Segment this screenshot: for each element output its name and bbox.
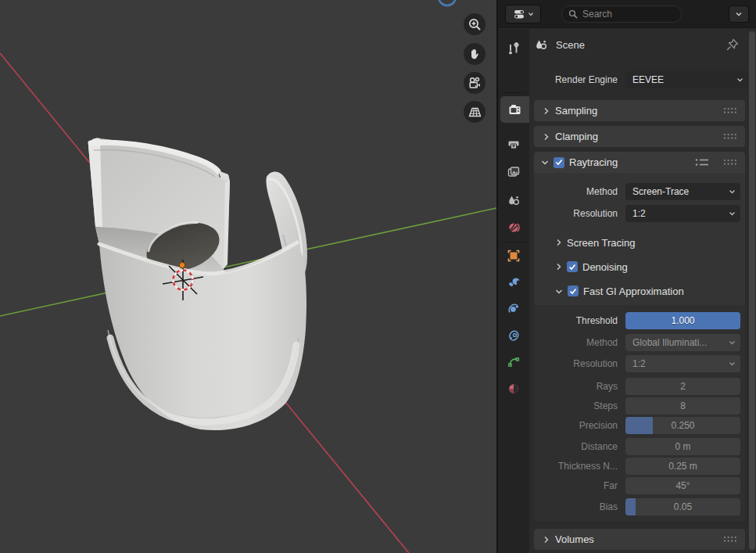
chevron-down-icon [528, 11, 534, 17]
precision-slider[interactable]: 0.250 [625, 417, 740, 434]
field-label: Resolution [534, 208, 618, 219]
fast-gi-checkbox[interactable] [568, 285, 579, 296]
scene-icon [534, 38, 548, 52]
denoising-checkbox[interactable] [567, 261, 578, 272]
pan-button[interactable] [464, 43, 485, 65]
scene-name: Scene [556, 39, 585, 51]
raytracing-method-row: Method Screen-Trace [534, 182, 740, 201]
subpanel-screen-tracing[interactable]: Screen Tracing [555, 233, 635, 252]
properties-header-bar [498, 0, 756, 28]
slider-fill [625, 417, 653, 434]
tab-constraints[interactable] [498, 322, 529, 349]
field-label: Method [534, 337, 618, 348]
material-sphere-icon [507, 382, 521, 396]
scene-icon [507, 193, 521, 207]
bias-slider[interactable]: 0.05 [625, 498, 740, 515]
blender-window: Scene Render Engine EEVEE Sampling [0, 0, 756, 553]
camera-icon [468, 76, 482, 91]
zoom-button[interactable] [464, 13, 485, 35]
chevron-right-icon [555, 239, 562, 246]
gi-method-dropdown[interactable]: Global Illuminati... [625, 334, 740, 351]
tool-icon [507, 42, 521, 56]
grip-handle-icon[interactable] [723, 133, 737, 140]
grid-ortho-button[interactable] [464, 101, 485, 123]
chevron-down-icon [736, 77, 743, 83]
raytracing-method-dropdown[interactable]: Screen-Trace [625, 183, 740, 200]
presets-list-icon[interactable] [695, 158, 709, 167]
render-engine-value: EEVEE [625, 74, 664, 85]
physics-orbit-icon [507, 302, 521, 316]
field-value: 0.25 m [668, 461, 697, 472]
threshold-slider[interactable]: 1.000 [625, 312, 740, 329]
bias-row: Bias 0.05 [534, 497, 740, 516]
check-icon [569, 288, 577, 295]
chevron-down-icon [555, 288, 563, 295]
render-engine-dropdown[interactable]: EEVEE [625, 71, 748, 88]
thickness-field[interactable]: 0.25 m [625, 458, 740, 475]
tab-output[interactable] [498, 131, 529, 157]
tab-render[interactable] [500, 96, 529, 123]
editor-type-selector[interactable] [505, 5, 541, 23]
3d-object-mesh[interactable] [88, 138, 307, 430]
object-square-icon [507, 249, 521, 263]
magnifier-plus-icon [468, 17, 482, 31]
raytracing-resolution-dropdown[interactable]: 1:2 [625, 205, 740, 222]
grip-handle-icon[interactable] [723, 159, 737, 166]
distance-field[interactable]: 0 m [625, 438, 740, 455]
tab-material[interactable] [498, 375, 529, 402]
tab-view-layer[interactable] [498, 159, 529, 185]
field-value: 0.05 [674, 501, 692, 512]
3d-viewport[interactable] [0, 0, 498, 553]
gi-resolution-dropdown[interactable]: 1:2 [625, 355, 740, 372]
field-value: 1.000 [671, 315, 694, 326]
search-field[interactable] [561, 5, 682, 23]
grip-handle-icon[interactable] [723, 107, 737, 114]
breadcrumb: Scene [534, 34, 750, 55]
navigation-gizmo-arc[interactable] [439, 0, 456, 5]
tab-object[interactable] [498, 242, 529, 269]
field-value: 0 m [675, 441, 690, 452]
tab-tool[interactable] [498, 36, 529, 63]
far-field[interactable]: 45° [625, 477, 740, 494]
properties-scrollbar[interactable] [749, 31, 755, 550]
subpanel-fast-gi[interactable]: Fast GI Approximation [555, 282, 684, 300]
field-value: 0.250 [671, 420, 694, 431]
chevron-down-icon [729, 339, 736, 346]
subpanel-denoising[interactable]: Denoising [555, 257, 628, 276]
tab-object-data[interactable] [498, 349, 529, 375]
pin-icon[interactable] [725, 37, 740, 52]
field-label: Far [534, 480, 618, 491]
camera-view-button[interactable] [464, 72, 485, 94]
header-options-button[interactable] [729, 5, 749, 23]
field-value: 1:2 [625, 208, 646, 219]
field-label: Rays [534, 381, 618, 392]
panel-title: Clamping [555, 131, 598, 142]
panel-title: Sampling [555, 105, 597, 117]
panel-volumes[interactable]: Volumes [534, 529, 745, 550]
panel-sampling[interactable]: Sampling [534, 100, 745, 121]
tab-world[interactable] [498, 214, 529, 241]
search-input[interactable] [582, 9, 675, 20]
panel-raytracing-header[interactable]: Raytracing [534, 152, 745, 173]
world-globe-icon [507, 221, 521, 235]
render-engine-row: Render Engine EEVEE [529, 70, 750, 89]
raytracing-resolution-row: Resolution 1:2 [534, 204, 740, 223]
tab-scene[interactable] [498, 187, 529, 214]
check-icon [555, 159, 563, 166]
chevron-down-icon [541, 159, 549, 166]
grid-icon [468, 105, 482, 120]
constraints-icon [507, 329, 521, 343]
tab-modifiers[interactable] [498, 269, 529, 296]
raytracing-checkbox[interactable] [554, 157, 564, 168]
steps-field[interactable]: 8 [625, 397, 740, 415]
chevron-right-icon [543, 107, 550, 115]
tab-physics[interactable] [498, 296, 529, 322]
grip-handle-icon[interactable] [723, 536, 737, 543]
field-label: Thickness N... [534, 461, 618, 472]
field-value: Screen-Trace [625, 186, 689, 197]
panel-clamping[interactable]: Clamping [534, 126, 745, 147]
search-icon [568, 9, 578, 19]
slider-fill [625, 498, 636, 515]
rays-field[interactable]: 2 [625, 378, 740, 395]
rays-row: Rays 2 [534, 377, 740, 396]
